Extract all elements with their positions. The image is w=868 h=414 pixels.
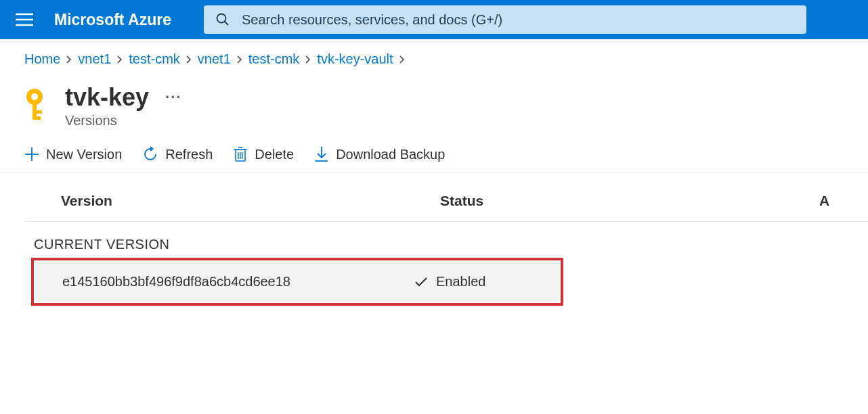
command-bar: New Version Refresh Delete Download Back… (0, 129, 868, 172)
search-box[interactable] (204, 5, 806, 34)
breadcrumb-item[interactable]: test-cmk (129, 51, 180, 67)
svg-rect-8 (37, 110, 42, 114)
delete-label: Delete (255, 147, 294, 162)
column-header-status[interactable]: Status (440, 193, 819, 209)
check-icon (414, 277, 428, 288)
svg-rect-9 (37, 116, 41, 120)
refresh-label: Refresh (165, 147, 213, 162)
breadcrumb-item[interactable]: test-cmk (248, 51, 300, 67)
cell-status: Enabled (414, 274, 485, 290)
trash-icon (233, 146, 248, 162)
section-label-current: CURRENT VERSION (24, 222, 868, 258)
new-version-label: New Version (46, 147, 122, 162)
top-bar: Microsoft Azure (0, 0, 868, 39)
versions-table: Version Status A CURRENT VERSION e145160… (0, 172, 868, 306)
cell-version: e145160bb3bf496f9df8a6cb4cd6ee18 (62, 274, 414, 290)
breadcrumb-item[interactable]: Home (24, 51, 60, 67)
plus-icon (24, 147, 39, 162)
status-text: Enabled (436, 274, 485, 290)
page-title: tvk-key (65, 83, 149, 112)
svg-point-3 (217, 14, 225, 23)
chevron-right-icon (116, 55, 123, 64)
page-header: tvk-key ··· Versions (0, 67, 868, 129)
page-subtitle: Versions (65, 113, 181, 129)
download-icon (314, 146, 329, 162)
svg-rect-7 (32, 102, 37, 120)
refresh-button[interactable]: Refresh (142, 146, 213, 162)
chevron-right-icon (305, 55, 311, 64)
search-input[interactable] (242, 12, 794, 28)
table-row[interactable]: e145160bb3bf496f9df8a6cb4cd6ee18 Enabled (35, 262, 559, 302)
breadcrumb-item[interactable]: tvk-key-vault (317, 51, 393, 67)
new-version-button[interactable]: New Version (24, 147, 122, 162)
title-block: tvk-key ··· Versions (65, 83, 181, 129)
breadcrumb-item[interactable]: vnet1 (78, 51, 111, 67)
svg-line-4 (225, 22, 228, 25)
table-header-row: Version Status A (24, 172, 868, 222)
hamburger-icon (16, 13, 33, 26)
search-icon (216, 13, 230, 26)
column-header-version[interactable]: Version (61, 193, 440, 209)
breadcrumb: Home vnet1 test-cmk vnet1 test-cmk tvk-k… (0, 39, 868, 67)
chevron-right-icon (399, 55, 406, 64)
chevron-right-icon (66, 55, 72, 64)
download-backup-label: Download Backup (336, 147, 445, 162)
breadcrumb-item[interactable]: vnet1 (198, 51, 231, 67)
chevron-right-icon (236, 55, 243, 64)
menu-button[interactable] (8, 3, 41, 36)
key-icon (24, 87, 53, 124)
column-header-extra[interactable]: A (819, 193, 868, 209)
brand-label: Microsoft Azure (54, 11, 171, 29)
chevron-right-icon (186, 55, 192, 64)
delete-button[interactable]: Delete (233, 146, 294, 162)
download-backup-button[interactable]: Download Backup (314, 146, 445, 162)
more-actions-button[interactable]: ··· (165, 89, 181, 106)
highlighted-row-box: e145160bb3bf496f9df8a6cb4cd6ee18 Enabled (31, 258, 563, 306)
svg-point-6 (31, 93, 38, 100)
refresh-icon (142, 146, 158, 162)
